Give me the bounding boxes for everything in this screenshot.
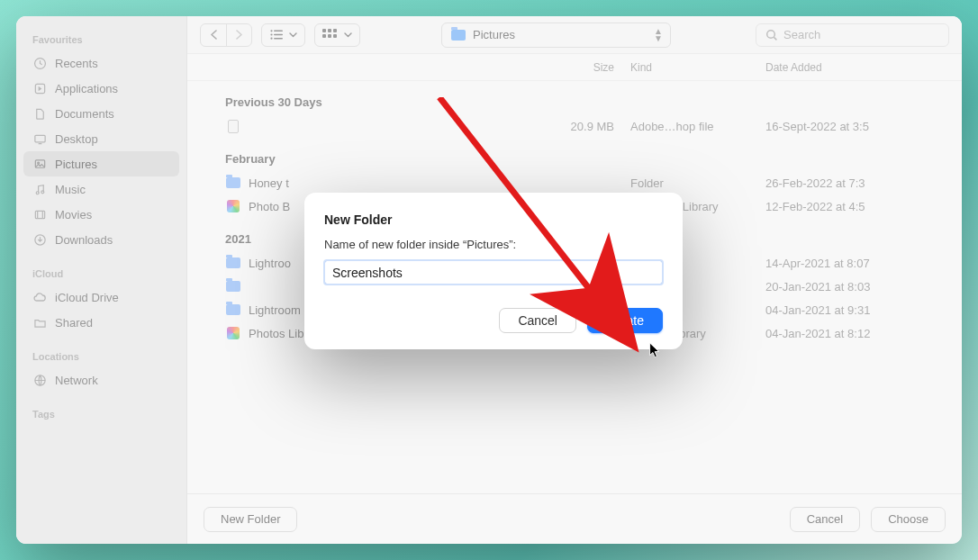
svg-point-22 (767, 30, 775, 38)
finder-open-panel: Favourites Recents Applications Document… (16, 16, 962, 544)
sidebar-item-label: Downloads (55, 233, 113, 247)
file-row[interactable]: Honey tFolder26-Feb-2022 at 7:3 (187, 171, 962, 194)
sidebar-item-shared[interactable]: Shared (23, 310, 179, 335)
view-list-button[interactable] (261, 23, 305, 47)
new-folder-dialog: New Folder Name of new folder inside “Pi… (304, 193, 683, 349)
sidebar-item-label: Shared (55, 316, 93, 330)
column-headers[interactable]: Name Size Kind Date Added (187, 54, 962, 81)
file-date: 16-Sept-2022 at 3:5 (765, 120, 946, 133)
choose-button[interactable]: Choose (871, 507, 946, 532)
svg-point-6 (41, 190, 43, 193)
svg-rect-2 (34, 135, 44, 142)
downloads-icon (32, 232, 47, 247)
sidebar-item-music[interactable]: Music (23, 176, 179, 202)
search-input[interactable]: Search (756, 23, 949, 47)
sidebar-item-documents[interactable]: Documents (23, 101, 179, 126)
folder-icon (451, 28, 466, 42)
file-date: 20-Jan-2021 at 8:03 (765, 280, 946, 294)
document-icon (32, 106, 47, 121)
sidebar-item-applications[interactable]: Applications (23, 76, 179, 101)
network-icon (32, 373, 47, 387)
location-label: Pictures (473, 28, 515, 41)
column-date-added[interactable]: Date Added (765, 61, 946, 74)
sidebar-item-label: Music (55, 183, 86, 196)
svg-rect-11 (274, 31, 283, 32)
desktop-icon (32, 131, 47, 146)
svg-point-5 (36, 191, 39, 194)
view-grid-button[interactable] (314, 23, 360, 47)
clock-icon (32, 56, 47, 70)
svg-rect-7 (35, 211, 44, 218)
sidebar-item-label: Pictures (55, 158, 97, 171)
folder-icon (225, 255, 241, 271)
file-size: 20.9 MB (531, 120, 630, 133)
search-icon (765, 29, 778, 41)
folder-name-input[interactable] (324, 260, 663, 285)
nav-buttons (200, 23, 252, 47)
folder-icon (225, 278, 241, 294)
sidebar-item-label: iCloud Drive (55, 291, 119, 304)
folder-icon (225, 302, 241, 318)
folder-icon (225, 175, 241, 191)
sidebar-item-movies[interactable]: Movies (23, 202, 179, 227)
sidebar-item-label: Applications (55, 82, 118, 95)
sidebar-item-label: Desktop (55, 132, 98, 146)
file-date: 26-Feb-2022 at 7:3 (765, 176, 946, 190)
svg-rect-16 (322, 29, 326, 32)
svg-rect-13 (274, 34, 283, 36)
dialog-create-button[interactable]: Create (587, 308, 663, 333)
sidebar-section-icloud: iCloud (23, 265, 179, 285)
photoslib-icon (225, 198, 241, 214)
search-placeholder: Search (783, 28, 820, 41)
chevron-down-icon (289, 32, 297, 38)
svg-point-10 (270, 30, 272, 32)
sidebar-item-desktop[interactable]: Desktop (23, 126, 179, 151)
music-icon (32, 182, 47, 196)
applications-icon (32, 81, 47, 95)
photoslib-icon (225, 325, 241, 341)
group-title: Previous 30 Days (187, 81, 962, 114)
svg-rect-15 (274, 38, 283, 40)
svg-rect-17 (328, 29, 331, 32)
cloud-icon (32, 290, 47, 304)
sidebar-item-pictures[interactable]: Pictures (23, 151, 179, 176)
sidebar-item-network[interactable]: Network (23, 367, 179, 393)
pictures-icon (32, 157, 47, 171)
sidebar-section-locations: Locations (23, 348, 179, 367)
svg-rect-18 (333, 29, 337, 32)
sidebar-section-tags: Tags (23, 405, 179, 425)
file-date: 14-Apr-2021 at 8:07 (765, 257, 946, 270)
shared-folder-icon (32, 315, 47, 330)
new-folder-button[interactable]: New Folder (204, 507, 297, 532)
sidebar-item-recents[interactable]: Recents (23, 50, 179, 76)
dialog-cancel-button[interactable]: Cancel (499, 308, 576, 333)
dialog-prompt: Name of new folder inside “Pictures”: (324, 238, 663, 251)
column-kind[interactable]: Kind (630, 61, 765, 74)
cancel-button[interactable]: Cancel (790, 507, 860, 532)
chevron-down-icon (344, 32, 352, 38)
sidebar: Favourites Recents Applications Document… (16, 16, 187, 544)
sidebar-item-downloads[interactable]: Downloads (23, 227, 179, 252)
svg-rect-21 (333, 34, 337, 38)
file-date: 04-Jan-2021 at 9:31 (765, 303, 946, 317)
location-popup[interactable]: Pictures ▲▼ (441, 23, 671, 48)
forward-button[interactable] (226, 24, 251, 46)
file-kind: Adobe…hop file (630, 120, 765, 133)
sidebar-item-label: Network (55, 374, 98, 387)
file-icon (225, 118, 241, 134)
up-down-icon: ▲▼ (654, 28, 663, 42)
sidebar-item-label: Movies (55, 208, 92, 221)
file-date: 04-Jan-2021 at 8:12 (765, 327, 946, 340)
svg-point-14 (270, 38, 272, 40)
svg-rect-20 (328, 34, 331, 38)
file-row[interactable]: 20.9 MBAdobe…hop file16-Sept-2022 at 3:5 (187, 114, 962, 138)
sidebar-item-icloud-drive[interactable]: iCloud Drive (23, 285, 179, 310)
group-title: February (187, 138, 962, 171)
sidebar-section-favourites: Favourites (23, 31, 179, 50)
back-button[interactable] (201, 24, 226, 46)
column-size[interactable]: Size (531, 61, 630, 74)
file-date: 12-Feb-2022 at 4:5 (765, 200, 946, 213)
movies-icon (32, 207, 47, 221)
svg-rect-19 (322, 34, 326, 38)
file-name: Honey t (249, 176, 531, 190)
